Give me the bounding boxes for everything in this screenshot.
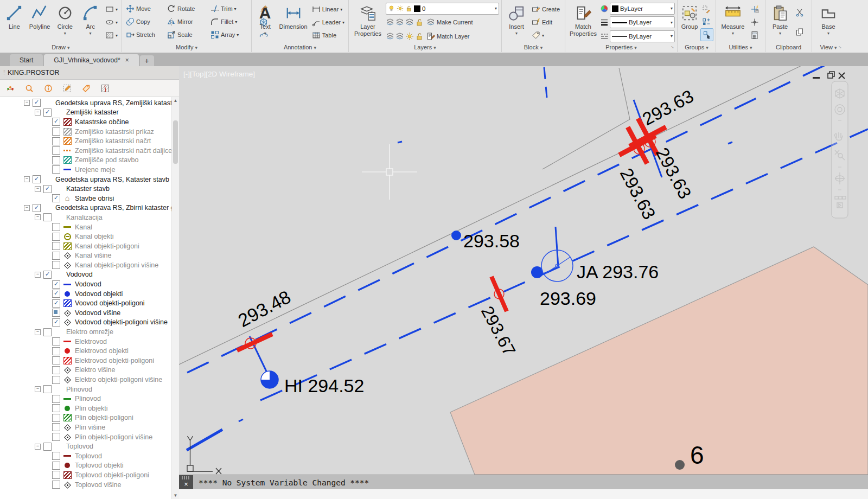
panel-title-annotation[interactable]: Annotation ▾ [252, 43, 348, 52]
panel-title-properties[interactable]: Properties ▾→ [565, 43, 677, 52]
tree-item[interactable]: Plin objekti-poligoni [0, 413, 172, 423]
layer-checkbox[interactable] [52, 127, 60, 136]
new-tab-button[interactable]: + [140, 55, 154, 66]
lineweight-select[interactable]: ByLayer▾ [610, 16, 675, 28]
viewport-window-controls[interactable] [813, 72, 845, 79]
tree-collapse-icon[interactable]: − [35, 186, 41, 192]
tree-item[interactable]: Plin objekti [0, 404, 172, 413]
linetype-select[interactable]: ByLayer▾ [610, 30, 675, 42]
water-tick[interactable] [398, 142, 402, 143]
tree-collapse-icon[interactable]: − [35, 444, 41, 450]
edit-selection-button[interactable] [61, 82, 73, 94]
group-edit-button[interactable] [700, 3, 713, 15]
tree-item[interactable]: Kanal objekti-poligoni višine [0, 260, 172, 270]
layer-checkbox[interactable] [52, 165, 60, 174]
create-block-button[interactable]: Create [530, 3, 561, 15]
tree-item[interactable]: ✓Vodovod objekti [0, 289, 172, 299]
ellipse-button[interactable]: ▾ [104, 16, 119, 28]
water-branch-line[interactable] [556, 227, 558, 267]
panel-title-layers[interactable]: Layers ▾ [349, 43, 501, 52]
layer-checkbox[interactable] [52, 462, 60, 470]
map-elevation-label[interactable]: 293.48 [234, 286, 294, 331]
layer-checkbox[interactable]: ✓ [52, 318, 60, 327]
mirror-button[interactable]: Mirror [165, 16, 209, 28]
layer-checkbox[interactable] [52, 309, 60, 317]
match-layer-button[interactable]: Match Layer [425, 30, 471, 42]
tree-collapse-icon[interactable]: − [35, 272, 41, 278]
tree-item[interactable]: ✓Voovod objekti-poligoni [0, 298, 172, 308]
map-canvas[interactable]: [-][Top][2D Wireframe] 293.63293.63293.6… [179, 66, 868, 475]
layer-checkbox[interactable]: ✓ [43, 108, 52, 117]
tab-close-icon[interactable]: × [125, 56, 129, 64]
search-button[interactable] [23, 82, 35, 94]
layer-checkbox[interactable] [52, 481, 60, 489]
polyline-button[interactable]: Polyline [28, 2, 52, 43]
layer-checkbox[interactable]: ✓ [52, 299, 60, 308]
quick-select-button[interactable] [749, 3, 761, 15]
fillet-button[interactable]: Fillet▾ [209, 16, 257, 28]
layer-off-icon[interactable] [386, 18, 394, 27]
tree-item[interactable]: Elektro višine [0, 366, 172, 375]
building-point-dot[interactable] [675, 460, 685, 470]
tree-item[interactable]: Kanal [0, 222, 172, 232]
tree-item[interactable]: −✓Geodetska uprava RS, Zbirni kataster g… [0, 203, 172, 213]
group-selection-toggle[interactable] [700, 28, 713, 41]
map-elevation-label[interactable]: JA 293.76 [577, 261, 659, 282]
edit-block-button[interactable]: Edit [530, 16, 561, 28]
table-button[interactable]: Table [310, 29, 346, 41]
tree-item[interactable]: −✓Kataster stavb [0, 184, 172, 194]
layer-checkbox[interactable] [43, 385, 52, 393]
stretch-button[interactable]: Stretch [124, 29, 165, 41]
layer-lock-tool-icon[interactable] [415, 18, 424, 27]
tree-item[interactable]: Urejene meje [0, 165, 172, 175]
layer-checkbox[interactable] [52, 423, 60, 431]
layer-checkbox[interactable] [43, 328, 52, 336]
layer-checkbox[interactable] [52, 376, 60, 384]
tree-item[interactable]: −✓Vodovod [0, 270, 172, 280]
rectangle-button[interactable]: ▾ [104, 3, 119, 15]
legend-colors-button[interactable] [4, 82, 16, 94]
tree-scrollbar[interactable]: ▲ ▼ [171, 97, 179, 499]
hydrant-symbol[interactable] [261, 371, 278, 388]
tree-item[interactable]: Vodovod višine [0, 308, 172, 318]
layer-checkbox[interactable]: ✓ [43, 185, 52, 193]
layer-checkbox[interactable] [52, 337, 60, 346]
tree-collapse-icon[interactable]: − [35, 214, 41, 220]
layer-checkbox[interactable] [52, 395, 60, 403]
tree-item[interactable]: Zemljiško katastrski prikaz [0, 127, 172, 137]
map-elevation-label[interactable]: 293.63 [616, 165, 660, 222]
map-elevation-label[interactable]: 293.63 [639, 86, 697, 129]
tree-item[interactable]: −✓Geodetska uprava RS, Zemljiški kataste… [0, 98, 172, 108]
command-line-text[interactable]: **** No System Variable Changed **** [193, 475, 868, 490]
tree-item[interactable]: −Toplovod [0, 442, 172, 451]
layer-thaw-icon[interactable] [405, 32, 414, 41]
panel-title-clipboard[interactable]: Clipboard [765, 43, 812, 52]
tree-item[interactable]: ✓Katastrske občine [0, 117, 172, 127]
layer-properties-button[interactable]: Layer Properties [351, 2, 385, 43]
panel-header[interactable]: ⁞⁞KING.PROSTOR [0, 66, 179, 80]
copy-clip-button[interactable] [794, 26, 806, 38]
array-button[interactable]: Array▾ [209, 29, 257, 41]
match-properties-button[interactable]: Match Properties [567, 2, 599, 43]
drawing-viewport[interactable]: [-][Top][2D Wireframe] 293.63293.63293.6… [179, 66, 868, 475]
tree-item[interactable]: −Kanalizacija [0, 213, 172, 222]
insert-button[interactable]: Insert▾ [504, 2, 529, 43]
navigation-bar[interactable] [832, 81, 848, 218]
tree-item[interactable]: Zemljiško katastrski načrt daljice [0, 146, 172, 156]
paste-button[interactable]: Paste▾ [768, 2, 793, 43]
layer-checkbox[interactable]: ✓ [52, 280, 60, 289]
tree-item[interactable]: Elektro objekti-poligoni višine [0, 375, 172, 385]
object-color-select[interactable]: ByLayer▾ [610, 3, 675, 15]
tree-item[interactable]: Kanal višine [0, 251, 172, 261]
tree-item[interactable]: ✓Vodovod [0, 279, 172, 289]
tree-collapse-icon[interactable]: − [35, 110, 41, 116]
layer-checkbox[interactable] [52, 366, 60, 374]
layer-checkbox[interactable]: ✓ [52, 290, 60, 298]
map-elevation-label[interactable]: 293.58 [463, 231, 520, 251]
panel-title-draw[interactable]: Draw ▾ [0, 43, 122, 52]
cut-button[interactable] [794, 7, 806, 18]
layer-checkbox[interactable] [43, 213, 52, 221]
group-add-remove-button[interactable] [700, 16, 713, 28]
tree-item[interactable]: Kanal objekti-poligoni [0, 241, 172, 251]
tree-item[interactable]: Zemljiško katastrski načrt [0, 136, 172, 146]
